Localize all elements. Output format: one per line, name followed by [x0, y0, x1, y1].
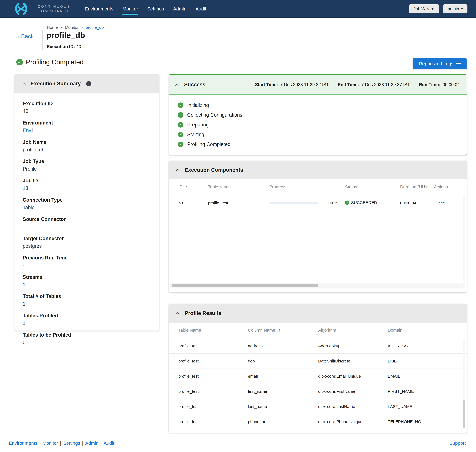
cell-table: profile_test: [178, 389, 199, 394]
pipe-separator: |: [101, 440, 102, 446]
support-link[interactable]: Support: [449, 440, 466, 446]
execution-summary-body: Execution ID 40 Environment Env1 Job Nam…: [14, 93, 159, 346]
actions-column-divider: [428, 179, 428, 282]
end-time: End Time: 7 Dec 2023 11:29:37 IST: [338, 82, 410, 87]
chevron-up-icon[interactable]: [22, 82, 26, 86]
chevron-up-icon[interactable]: [175, 83, 179, 87]
column-header-domain[interactable]: Domain: [388, 328, 402, 333]
column-header-duration[interactable]: Duration (HH:mm:ss): [400, 185, 428, 190]
execution-summary-panel: Execution Summary i Execution ID 40 Envi…: [14, 74, 159, 331]
column-header-table-name[interactable]: Table Name: [178, 328, 201, 333]
check-circle-icon: ✓: [16, 59, 23, 66]
table-row[interactable]: profile_test email dlpx-core:Email Uniqu…: [169, 369, 467, 384]
column-header-table-name[interactable]: Table Name: [208, 185, 231, 190]
horizontal-scrollbar[interactable]: [170, 283, 465, 288]
field-value: 40: [23, 108, 154, 114]
execution-components-header[interactable]: Execution Components: [169, 161, 467, 179]
info-icon[interactable]: i: [86, 81, 91, 86]
cell-domain: TELEPHONE_NO: [388, 419, 421, 424]
cell-algorithm: DateShiftDiscrete: [318, 359, 350, 363]
footer-link-monitor[interactable]: Monitor: [43, 440, 58, 446]
table-row[interactable]: 68 profile_test 100% ✓ SUCCEEDED 00:00:0…: [169, 195, 467, 211]
check-circle-icon: ✓: [178, 112, 183, 118]
nav-link-admin[interactable]: Admin: [168, 0, 191, 18]
field-value: Profile: [23, 166, 154, 172]
run-time-label: Run Time:: [419, 82, 440, 87]
table-row[interactable]: profile_test first_name dlpx-core:FirstN…: [169, 384, 467, 399]
footer-link-admin[interactable]: Admin: [85, 440, 99, 446]
back-button[interactable]: ‹ Back: [18, 33, 34, 40]
footer-link-audit[interactable]: Audit: [104, 440, 114, 446]
cell-domain: ADDRESS: [388, 344, 408, 348]
cell-table: profile_test: [178, 359, 199, 363]
nav-link-settings[interactable]: Settings: [142, 0, 168, 18]
end-time-label: End Time:: [338, 82, 359, 87]
delphix-logo-icon: [12, 2, 30, 15]
step-starting: ✓ Starting: [178, 130, 467, 139]
profile-results-panel: Profile Results Table Name Column Name ↑…: [169, 304, 467, 433]
nav-link-environments[interactable]: Environments: [80, 0, 118, 18]
field-value: profile_db: [23, 147, 154, 153]
brand-line-2: COMPLIANCE: [38, 9, 71, 13]
breadcrumb-separator-icon: ›: [81, 25, 83, 30]
column-header-status[interactable]: Status: [345, 185, 357, 190]
cell-column: first_name: [248, 389, 267, 394]
table-row[interactable]: profile_test last_name dlpx-core:LastNam…: [169, 399, 467, 414]
field-label: Streams: [23, 274, 154, 280]
chevron-up-icon[interactable]: [176, 312, 180, 316]
right-column: Success Start Time: 7 Dec 2023 11:29:32 …: [169, 74, 467, 433]
field-label: Job ID: [23, 178, 154, 184]
vertical-scrollbar-thumb[interactable]: [463, 400, 465, 428]
success-panel-header[interactable]: Success Start Time: 7 Dec 2023 11:29:32 …: [169, 75, 467, 95]
progress-percent: 100%: [320, 201, 338, 205]
row-actions-kebab-icon[interactable]: •••: [435, 200, 450, 205]
vertical-scrollbar[interactable]: [463, 195, 465, 282]
cell-id: 68: [178, 201, 183, 205]
breadcrumb: Home › Monitor › profile_db: [47, 25, 104, 30]
environment-link[interactable]: Env1: [23, 127, 154, 133]
hamburger-icon: [456, 62, 461, 66]
end-time-value: 7 Dec 2023 11:29:37 IST: [361, 82, 410, 87]
table-row[interactable]: profile_test phone_no dlpx-core:Phone Un…: [169, 414, 467, 429]
run-time-value: 00:00:04: [442, 82, 460, 87]
field-label: Previous Run Time: [23, 255, 154, 261]
profile-results-header[interactable]: Profile Results: [169, 304, 467, 323]
column-header-algorithm[interactable]: Algorithm: [318, 328, 336, 333]
caret-down-icon: ▾: [461, 7, 463, 11]
report-and-logs-button[interactable]: Report and Logs: [413, 58, 467, 69]
check-circle-icon: ✓: [178, 122, 183, 127]
footer-link-environments[interactable]: Environments: [9, 440, 37, 446]
table-row[interactable]: profile_test dob DateShiftDiscrete DOB: [169, 353, 467, 369]
step-label: Preparing: [187, 122, 209, 128]
breadcrumb-home[interactable]: Home: [47, 25, 58, 30]
chevron-up-icon[interactable]: [176, 169, 180, 173]
success-title: Success: [184, 82, 205, 88]
table-row[interactable]: profile_test address AddrLookup ADDRESS: [169, 338, 467, 353]
cell-domain: EMAIL: [388, 374, 400, 379]
vertical-scrollbar[interactable]: [463, 339, 465, 429]
check-circle-icon: ✓: [178, 132, 183, 137]
sort-asc-icon: ↑: [186, 185, 188, 189]
column-header-column-name[interactable]: Column Name ↑: [248, 328, 281, 333]
nav-link-audit[interactable]: Audit: [191, 0, 211, 18]
field-value: -: [23, 224, 154, 230]
sort-asc-icon: ↑: [278, 328, 281, 332]
back-chevron-icon: ‹: [18, 33, 20, 39]
field-value: Table: [23, 205, 154, 210]
navbar-divider: [34, 3, 34, 15]
execution-summary-header[interactable]: Execution Summary i: [14, 74, 159, 93]
cell-domain: DOB: [388, 359, 397, 363]
footer-link-settings[interactable]: Settings: [63, 440, 80, 446]
breadcrumb-monitor[interactable]: Monitor: [65, 25, 79, 30]
cell-algorithm: AddrLookup: [318, 344, 341, 348]
field-label: Connection Type: [23, 197, 154, 203]
horizontal-scrollbar-thumb[interactable]: [172, 284, 318, 287]
job-wizard-button[interactable]: Job Wizard: [409, 4, 439, 13]
breadcrumb-current[interactable]: profile_db: [86, 25, 104, 30]
column-header-id[interactable]: ID ↑: [178, 185, 188, 190]
cell-table: profile_test: [178, 374, 199, 379]
table-header-row: Table Name Column Name ↑ Algorithm Domai…: [169, 323, 467, 338]
nav-link-monitor[interactable]: Monitor: [118, 0, 142, 18]
user-menu-button[interactable]: admin ▾: [443, 4, 468, 13]
nav-links: Environments Monitor Settings Admin Audi…: [80, 0, 211, 18]
